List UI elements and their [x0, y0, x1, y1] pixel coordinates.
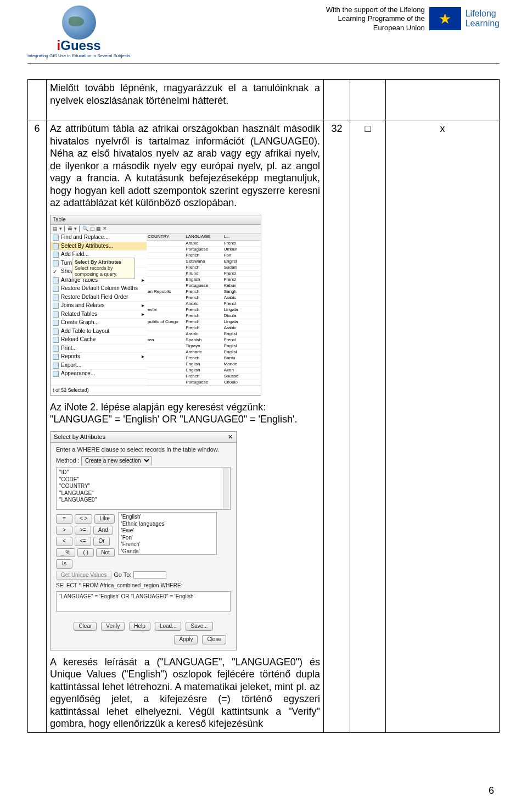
- field-item[interactable]: "LANGUAGE0": [59, 497, 227, 504]
- values-listbox[interactable]: 'English''Ethnic languages''Ewe''Fon''Fr…: [118, 512, 217, 555]
- menu-item[interactable]: Create Graph...: [51, 319, 147, 327]
- operator-button[interactable]: Like: [94, 514, 114, 524]
- field-item[interactable]: "LANGUAGE": [59, 490, 227, 497]
- operator-button[interactable]: >: [56, 526, 72, 535]
- table-row[interactable]: evileFrenchLingala: [147, 307, 261, 313]
- operator-button[interactable]: <: [56, 537, 72, 546]
- lifelong2: Learning: [466, 19, 500, 29]
- column-header[interactable]: COUNTRY: [147, 233, 184, 240]
- menu-item[interactable]: Appearance...: [51, 370, 147, 379]
- column-header[interactable]: LANGUAGE: [184, 233, 222, 240]
- table-row[interactable]: ArabicFrencl: [147, 301, 261, 307]
- verify-button[interactable]: Verify: [101, 622, 125, 631]
- table-row[interactable]: FrenchArabic: [147, 325, 261, 331]
- close-button[interactable]: Close: [202, 635, 226, 644]
- operator-button[interactable]: _ %: [56, 548, 75, 558]
- table-row[interactable]: FrenchDioula: [147, 313, 261, 319]
- save--button[interactable]: Save...: [186, 622, 212, 631]
- method-label: Method :: [56, 457, 80, 464]
- row1-text: Mielőtt tovább lépnénk, magyarázzuk el a…: [50, 82, 320, 107]
- menu-item[interactable]: Reload Cache: [51, 336, 147, 344]
- table-row[interactable]: PortugueseKabuv: [147, 283, 261, 289]
- column-header[interactable]: L...: [223, 233, 261, 240]
- table-toolbar: ▤ ▾ │ 🖶 ▾ │ 🔍 ▢ ▦ ✕: [51, 225, 261, 233]
- support-text: With the support of the Lifelong Learnin…: [326, 5, 425, 32]
- value-item[interactable]: 'Ganda': [121, 548, 214, 555]
- field-item[interactable]: "COUNTRY": [59, 483, 227, 490]
- table-row[interactable]: TigrayaEnglisl: [147, 343, 261, 349]
- clear-button[interactable]: Clear: [74, 622, 97, 631]
- table-row[interactable]: EnglishMande: [147, 361, 261, 368]
- menu-item[interactable]: Restore Default Column Widths: [51, 285, 147, 293]
- table-row[interactable]: FrenchSudani: [147, 265, 261, 271]
- menu-item[interactable]: Reports▸: [51, 353, 147, 361]
- method-select[interactable]: Create a new selection: [81, 456, 152, 465]
- chevron-right-icon: ▸: [142, 353, 144, 360]
- menu-select-by-attributes[interactable]: Select By Attributes...: [51, 242, 147, 251]
- table-row[interactable]: FrenchBantu: [147, 355, 261, 361]
- table-row[interactable]: KirundiFrencl: [147, 271, 261, 277]
- scrollbar[interactable]: [223, 468, 229, 509]
- table-row[interactable]: FrenchFon: [147, 253, 261, 259]
- lifelong1: Lifelong: [466, 9, 500, 19]
- fields-listbox[interactable]: "ID""CODE""COUNTRY""LANGUAGE""LANGUAGE0": [56, 467, 231, 510]
- table-row[interactable]: EnglishAkan: [147, 368, 261, 374]
- help-button[interactable]: Help: [129, 622, 150, 631]
- menu-item[interactable]: Restore Default Field Order: [51, 293, 147, 302]
- get-unique-values-button[interactable]: Get Unique Values: [56, 571, 111, 580]
- iguess-logo: iGuess Integrating GIS Use in Education …: [27, 5, 130, 58]
- value-item[interactable]: 'Fon': [121, 535, 214, 542]
- table-row[interactable]: EnglishFrencl: [147, 277, 261, 283]
- menu-item[interactable]: Print...: [51, 344, 147, 353]
- table-titlebar: Table: [51, 215, 261, 225]
- menu-icon: [53, 354, 59, 360]
- table-row[interactable]: SetswanaEnglisl: [147, 259, 261, 265]
- value-item[interactable]: 'Ewe': [121, 527, 214, 535]
- main-table: Mielőtt tovább lépnénk, magyarázzuk el a…: [27, 79, 500, 733]
- table-row[interactable]: ArabicFrencl: [147, 241, 261, 247]
- operator-button[interactable]: < >: [75, 514, 92, 524]
- row1-col5: [386, 80, 500, 120]
- value-item[interactable]: 'English': [121, 514, 214, 521]
- operator-button[interactable]: Or: [93, 537, 110, 546]
- load--button[interactable]: Load...: [155, 622, 182, 631]
- page-header: iGuess Integrating GIS Use in Education …: [0, 0, 527, 61]
- table-row[interactable]: an RepublicFrenchSangh: [147, 289, 261, 295]
- operators-panel: =< >Like >>=And <<=Or _ %( )Not Is: [56, 512, 115, 569]
- table-row[interactable]: AmharicEnglisl: [147, 349, 261, 355]
- inote-line1: Az iNote 2. lépése alapján egy keresést …: [50, 401, 320, 414]
- is-button[interactable]: Is: [56, 559, 72, 569]
- table-row[interactable]: PortugueseUmbur: [147, 247, 261, 253]
- operator-button[interactable]: <=: [75, 537, 91, 546]
- field-item[interactable]: "ID": [59, 469, 227, 476]
- value-item[interactable]: 'Ethnic languages': [121, 521, 214, 528]
- operator-button[interactable]: =: [56, 514, 72, 524]
- operator-button[interactable]: Not: [96, 548, 115, 558]
- menu-icon: [53, 286, 59, 292]
- dialog-inner: Enter a WHERE clause to select records i…: [51, 443, 236, 647]
- operator-button[interactable]: ( ): [77, 548, 94, 558]
- table-row[interactable]: ArabicEnglisl: [147, 331, 261, 337]
- field-item[interactable]: "CODE": [59, 476, 227, 483]
- menu-item[interactable]: Export...: [51, 361, 147, 370]
- table-row[interactable]: FrenchArabic: [147, 295, 261, 301]
- table-row[interactable]: reaSpanishFrencl: [147, 337, 261, 343]
- select-by-attributes-tooltip: Select By Attributes Select records by c…: [72, 258, 135, 280]
- value-item[interactable]: 'French': [121, 541, 214, 548]
- menu-icon: [53, 320, 59, 326]
- table-row[interactable]: FrenchSousse: [147, 374, 261, 380]
- menu-item[interactable]: Joins and Relates▸: [51, 302, 147, 310]
- goto-input[interactable]: [133, 571, 166, 579]
- table-row[interactable]: PortugueseCrioulo: [147, 380, 261, 386]
- operator-button[interactable]: >=: [75, 526, 91, 535]
- menu-item[interactable]: Add Table to Layout: [51, 327, 147, 336]
- apply-button[interactable]: Apply: [174, 635, 198, 644]
- operator-button[interactable]: And: [93, 526, 113, 535]
- tooltip-title: Select By Attributes: [75, 259, 121, 265]
- menu-item[interactable]: Related Tables▸: [51, 310, 147, 319]
- expression-box[interactable]: "LANGUAGE" = 'English' OR "LANGUAGE0" = …: [56, 591, 231, 612]
- menu-find-replace[interactable]: Find and Replace...: [51, 233, 147, 242]
- logo-subtitle: Integrating GIS Use in Education in Seve…: [27, 53, 130, 58]
- table-row[interactable]: public of CongoFrenchLingala: [147, 319, 261, 325]
- close-icon[interactable]: ✕: [228, 433, 233, 441]
